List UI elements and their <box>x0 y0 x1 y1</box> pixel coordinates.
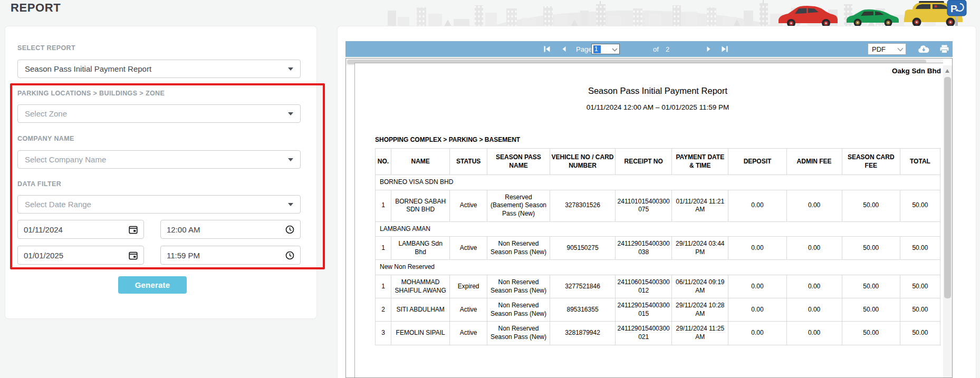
zone-placeholder: Select Zone <box>25 109 67 118</box>
chevron-down-icon <box>288 158 293 161</box>
column-header: NO. <box>376 149 391 175</box>
column-header: PAYMENT DATE & TIME <box>672 149 728 175</box>
date-range-placeholder: Select Date Range <box>25 200 91 209</box>
chevron-down-icon <box>897 45 904 53</box>
table-row: 1MOHAMMAD SHAIFUL AWANGExpiredNon Reserv… <box>376 275 940 298</box>
report-company: Oakg Sdn Bhd <box>355 63 943 75</box>
table-row: 1LAMBANG Sdn BhdActiveNon Reserved Seaso… <box>376 237 940 260</box>
chevron-down-icon <box>288 203 293 206</box>
date-range-select[interactable]: Select Date Range <box>17 195 301 214</box>
pdf-viewer: Page 1 of 2 PDF <box>345 41 953 378</box>
table-row: 1BORNEO SABAH SDN BHDActiveReserved (Bas… <box>376 190 940 221</box>
first-page-icon[interactable] <box>543 45 551 53</box>
report-location-breadcrumb: SHOPPING COMPLEX > PARKING > BASEMENT <box>375 136 940 143</box>
next-page-icon[interactable] <box>705 45 713 53</box>
group-row: LAMBANG AMAN <box>376 221 940 237</box>
start-time-field[interactable] <box>160 220 301 239</box>
print-icon[interactable] <box>940 45 949 53</box>
page-label: Page <box>576 45 592 53</box>
start-date-field[interactable] <box>17 220 144 239</box>
generate-button[interactable]: Generate <box>118 276 187 294</box>
select-report-label: SELECT REPORT <box>17 44 75 52</box>
report-table: NO.NAMESTATUSSEASON PASS NAMEVEHICLE NO … <box>375 148 940 345</box>
column-header: RECEIPT NO <box>616 149 672 175</box>
total-pages: 2 <box>666 45 669 53</box>
yellow-suv-icon <box>904 1 963 26</box>
zone-label: PARKING LOCATIONS > BUILDINGS > ZONE <box>17 90 165 97</box>
company-label: COMPANY NAME <box>17 135 74 142</box>
of-label: of <box>653 45 659 53</box>
column-header: TOTAL <box>900 149 940 175</box>
end-time-input[interactable] <box>167 251 285 260</box>
start-time-input[interactable] <box>167 225 285 234</box>
page-title: REPORT <box>11 1 61 15</box>
page-number-select[interactable]: 1 <box>591 44 620 54</box>
column-header: SEASON PASS NAME <box>487 149 550 175</box>
export-format-value: PDF <box>872 45 886 53</box>
column-header: STATUS <box>450 149 487 175</box>
vertical-scrollbar[interactable] <box>943 65 952 377</box>
chevron-down-icon <box>288 67 293 71</box>
parking-sign-icon: P <box>947 0 966 26</box>
clock-icon[interactable] <box>285 251 294 260</box>
report-type-value: Season Pass Initial Payment Report <box>25 64 151 73</box>
download-icon[interactable] <box>918 45 930 53</box>
svg-text:P: P <box>950 3 957 14</box>
end-date-field[interactable] <box>17 246 144 265</box>
company-select[interactable]: Select Company Name <box>17 150 301 169</box>
chevron-down-icon <box>288 112 293 115</box>
previous-page-icon[interactable] <box>560 45 568 53</box>
column-header: DEPOSIT <box>728 149 786 175</box>
end-time-field[interactable] <box>160 246 301 265</box>
viewer-toolbar: Page 1 of 2 PDF <box>345 41 953 57</box>
report-page: Oakg Sdn Bhd Season Pass Initial Payment… <box>354 63 943 377</box>
calendar-icon[interactable] <box>129 225 138 234</box>
report-period: 01/11/2024 12:00 AM – 01/01/2025 11:59 P… <box>375 103 940 111</box>
skyline-icon <box>388 0 936 26</box>
column-header: NAME <box>391 149 449 175</box>
scroll-up-icon[interactable] <box>945 69 949 73</box>
company-placeholder: Select Company Name <box>25 155 106 164</box>
zone-select[interactable]: Select Zone <box>17 104 301 123</box>
data-filter-label: DATA FILTER <box>17 180 61 188</box>
calendar-icon[interactable] <box>129 251 138 260</box>
current-page-value: 1 <box>593 45 601 53</box>
group-row: BORNEO VISA SDN BHD <box>376 175 940 190</box>
clock-icon[interactable] <box>285 225 294 234</box>
column-header: VEHICLE NO / CARD NUMBER <box>550 149 615 175</box>
end-date-input[interactable] <box>24 251 129 260</box>
report-type-select[interactable]: Season Pass Initial Payment Report <box>17 60 301 78</box>
group-row: New Non Reserved <box>376 260 940 275</box>
report-filter-panel: SELECT REPORT Season Pass Initial Paymen… <box>5 26 316 318</box>
export-format-select[interactable]: PDF <box>868 43 906 55</box>
table-row: 3FEMOLIN SIPAILActiveNon Reserved Season… <box>376 322 940 345</box>
report-viewer-panel: Page 1 of 2 PDF <box>338 26 976 378</box>
chevron-down-icon <box>612 44 618 54</box>
table-header: NO.NAMESTATUSSEASON PASS NAMEVEHICLE NO … <box>376 149 940 175</box>
red-car-icon <box>779 6 838 26</box>
table-row: 2SITI ABDULHAMActiveNon Reserved Season … <box>376 298 940 322</box>
start-date-input[interactable] <box>24 225 129 234</box>
column-header: ADMIN FEE <box>786 149 842 175</box>
report-title: Season Pass Initial Payment Report <box>375 86 940 96</box>
viewer-content: Oakg Sdn Bhd Season Pass Initial Payment… <box>345 58 953 378</box>
city-cars-banner: P <box>385 0 980 26</box>
column-header: SEASON CARD FEE <box>842 149 900 175</box>
green-car-icon <box>847 9 899 26</box>
last-page-icon[interactable] <box>721 45 728 53</box>
scrollbar-thumb[interactable] <box>944 77 951 298</box>
